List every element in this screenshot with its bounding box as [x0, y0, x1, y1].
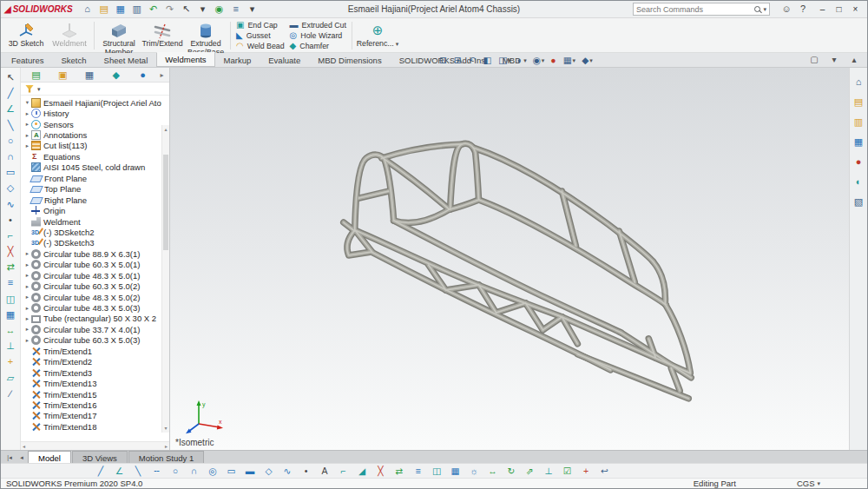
tree-item[interactable]: ▸ Circular tube 48.3 X 5.0(3) — [23, 302, 161, 313]
filter-funnel-icon[interactable] — [25, 85, 34, 93]
trim-entities-icon[interactable]: ╳ — [4, 245, 16, 258]
zoom-to-area-icon[interactable]: ⊞ — [454, 56, 463, 65]
configurationmanager-tab[interactable]: ▦ — [76, 69, 103, 80]
tree-vertical-scrollbar[interactable]: ▴ ▾ — [161, 125, 169, 433]
tree-item[interactable]: Trim/Extend16 — [23, 400, 161, 410]
commandmanager-tab[interactable]: Sheet Metal — [95, 53, 157, 67]
document-tab[interactable]: Motion Study 1 — [128, 451, 204, 463]
design-library-icon[interactable]: ▤ — [852, 95, 865, 109]
mirror-icon[interactable]: ◫ — [431, 464, 443, 478]
section-view-icon[interactable]: ◧ — [483, 56, 492, 65]
document-tab[interactable]: Model — [28, 451, 71, 463]
display-relations-icon[interactable]: ⊥ — [4, 340, 16, 353]
unit-system-selector[interactable]: CGS ▾ — [797, 479, 820, 488]
print-icon[interactable]: ▥ — [131, 3, 143, 17]
convert-entities-icon[interactable]: ⇄ — [4, 261, 16, 274]
previous-view-icon[interactable]: ↶ — [469, 56, 477, 65]
repair-sketch-icon[interactable]: + — [580, 464, 592, 478]
tree-item[interactable]: Origin — [23, 205, 161, 215]
search-input[interactable] — [636, 5, 752, 14]
scroll-left-icon[interactable]: ◂ — [23, 443, 25, 449]
tree-item[interactable]: ▸ History — [23, 108, 161, 118]
dimxpertmanager-tab[interactable]: ◆ — [102, 69, 129, 80]
tree-item[interactable]: Trim/Extend2 — [23, 357, 161, 367]
save-icon[interactable]: ▦ — [115, 3, 127, 17]
tree-horizontal-scrollbar[interactable]: ◂ ▸ — [21, 441, 169, 450]
sketch-icon[interactable]: ╱ — [4, 87, 16, 100]
axis-icon[interactable]: ∕ — [4, 387, 16, 400]
tree-item[interactable]: Trim/Extend18 — [23, 421, 161, 432]
point-icon[interactable]: • — [4, 214, 16, 227]
tree-item[interactable]: Weldment — [23, 216, 161, 227]
move-entities-icon[interactable]: ↔ — [4, 324, 16, 337]
gusset-button[interactable]: ◣ Gusset — [236, 30, 285, 41]
tree-item[interactable]: Equations — [23, 151, 161, 162]
scroll-down-icon[interactable]: ▾ — [162, 424, 169, 433]
scrollbar-thumb[interactable] — [163, 155, 168, 250]
filter-caret-icon[interactable]: ▾ — [37, 86, 41, 92]
tree-item[interactable]: ▸ Circular tube 60.3 X 5.0(1) — [23, 260, 161, 270]
mirror-entities-icon[interactable]: ◫ — [4, 293, 16, 306]
edit-appearance-icon[interactable]: ● — [550, 56, 556, 65]
commandmanager-tab[interactable]: Weldments — [156, 52, 214, 67]
search-commands-box[interactable]: ▾ — [633, 3, 770, 16]
file-explorer-icon[interactable]: ▥ — [852, 115, 865, 129]
commandmanager-tab[interactable]: Markup — [215, 53, 260, 67]
trim-extend-button[interactable]: Trim/Extend — [141, 19, 184, 52]
convert-entities-icon[interactable]: ⇄ — [393, 464, 405, 478]
scroll-up-icon[interactable]: ▴ — [162, 125, 169, 134]
panel-flyout-arrow[interactable]: ▸ — [156, 71, 168, 79]
tree-item[interactable]: Trim/Extend17 — [23, 411, 161, 421]
view-palette-icon[interactable]: ▦ — [852, 135, 865, 149]
orientation-triad[interactable]: y x — [184, 398, 226, 434]
smart-dimension-icon[interactable]: ∠ — [4, 102, 16, 116]
tree-item[interactable]: ▸ Circular tube 88.9 X 6.3(1) — [23, 248, 161, 259]
pin-commandmanager-icon[interactable]: ▾ — [828, 53, 840, 67]
custom-properties-icon[interactable]: ▧ — [852, 195, 865, 208]
appearances-icon[interactable]: ● — [852, 155, 865, 169]
rotate-entities-icon[interactable]: ↻ — [505, 464, 517, 478]
scale-entities-icon[interactable]: ⇗ — [524, 464, 536, 478]
fillet-icon[interactable]: ⌐ — [4, 229, 16, 242]
undock-commandmanager-icon[interactable]: ▢ — [808, 53, 820, 67]
slot-icon[interactable]: ▬ — [244, 464, 256, 478]
commandmanager-tab[interactable]: Evaluate — [260, 53, 309, 67]
help-icon[interactable]: ? — [797, 3, 809, 17]
rectangle-icon[interactable]: ▭ — [226, 464, 238, 478]
hide-show-items-icon[interactable]: ◉ ▾ — [533, 56, 545, 65]
options-caret-icon[interactable]: ▾ — [247, 3, 259, 17]
tree-item[interactable]: Trim/Extend3 — [23, 367, 161, 378]
select-icon[interactable]: ↖ — [4, 71, 16, 84]
minimize-icon[interactable]: – — [814, 3, 831, 17]
tree-item[interactable]: ▸ Tube (rectangular) 50 X 30 X 2 — [23, 314, 161, 324]
rectangle-icon[interactable]: ▭ — [4, 166, 16, 179]
arc-icon[interactable]: ∩ — [4, 150, 16, 163]
tree-item[interactable]: ▸ Cut list(113) — [23, 141, 161, 151]
line-icon[interactable]: ╲ — [132, 464, 144, 478]
scroll-right-icon[interactable]: ▸ — [165, 443, 168, 449]
tree-item[interactable]: ▸ Annotations — [23, 129, 161, 140]
tree-item[interactable]: (-) 3DSketch2 — [23, 227, 161, 237]
view-orientation-icon[interactable]: ◫ ▾ — [498, 56, 510, 65]
close-icon[interactable]: × — [847, 3, 864, 17]
commandmanager-tab[interactable]: MBD Dimensions — [309, 53, 390, 67]
weldment-button[interactable]: Weldment — [48, 19, 91, 52]
tree-item[interactable]: ▸ Circular tube 60.3 X 5.0(2) — [23, 281, 161, 291]
tree-item[interactable]: ▸ Circular tube 60.3 X 5.0(3) — [23, 335, 161, 346]
spline-icon[interactable]: ∿ — [281, 464, 293, 478]
extruded-cut-button[interactable]: ▬ Extruded Cut — [290, 20, 346, 30]
circular-pattern-icon[interactable]: ☼ — [468, 464, 480, 478]
spline-icon[interactable]: ∿ — [4, 198, 16, 211]
centerline-icon[interactable]: ╌ — [151, 464, 163, 478]
trim-icon[interactable]: ╳ — [375, 464, 387, 478]
fillet-icon[interactable]: ⌐ — [338, 464, 350, 478]
scroll-tabs-left-icon[interactable]: ◂ — [16, 454, 28, 463]
hole-wizard-button[interactable]: ◎ Hole Wizard — [290, 30, 346, 41]
redo-icon[interactable]: ↷ — [164, 3, 176, 17]
arc-icon[interactable]: ∩ — [188, 464, 201, 478]
zoom-to-fit-icon[interactable]: ⊡ — [439, 56, 448, 65]
sketch-icon[interactable]: ╱ — [95, 464, 107, 478]
options-icon[interactable]: ≡ — [230, 3, 242, 17]
tree-item[interactable]: Trim/Extend15 — [23, 389, 161, 400]
end-cap-button[interactable]: ▣ End Cap — [236, 20, 285, 30]
